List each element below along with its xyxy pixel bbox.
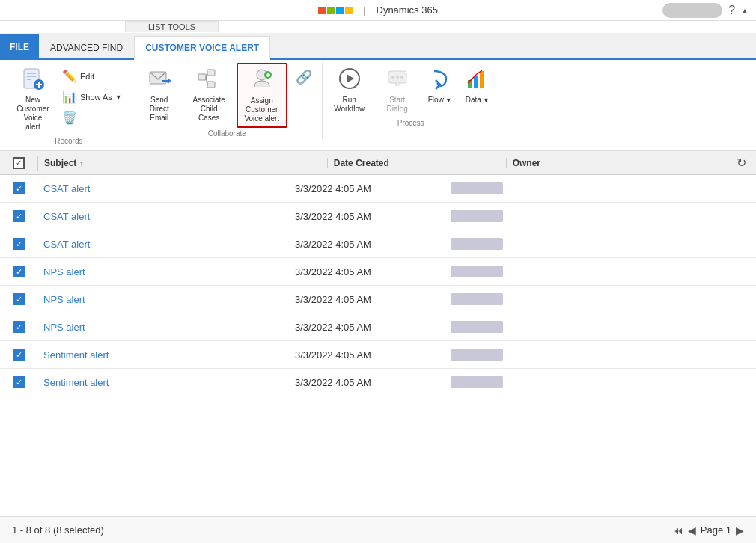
table-row: ✓ Sentiment alert 3/3/2022 4:05 AM <box>0 341 756 369</box>
row-5-checkbox[interactable]: ✓ <box>13 293 25 305</box>
flow-label: Flow <box>428 96 444 105</box>
svg-rect-24 <box>474 76 478 88</box>
edit-button[interactable]: ✏️ Edit <box>57 66 127 86</box>
row-1-subject-link[interactable]: CSAT alert <box>43 183 90 194</box>
ribbon-group-records-items: New Customer Voice alert ✏️ Edit 📊 Show … <box>10 63 127 135</box>
row-8-subject-link[interactable]: Sentiment alert <box>43 377 109 388</box>
row-1-checkbox[interactable]: ✓ <box>13 182 25 194</box>
tab-file[interactable]: FILE <box>0 34 39 58</box>
start-dialog-label: Start Dialog <box>380 96 415 114</box>
row-4-owner <box>445 266 636 277</box>
table-row: ✓ CSAT alert 3/3/2022 4:05 AM <box>0 175 756 203</box>
select-all-checkbox[interactable]: ✓ <box>13 157 25 169</box>
col-header-actions: ↻ <box>726 156 756 170</box>
row-2-owner-value <box>451 210 503 222</box>
row-4-subject: NPS alert <box>37 266 289 277</box>
tab-customer-voice-alert[interactable]: CUSTOMER VOICE ALERT <box>134 36 270 60</box>
row-6-owner-value <box>451 321 503 333</box>
grid-header-row: ✓ Subject ↑ Date Created Owner ↻ <box>0 151 756 175</box>
collapse-icon[interactable]: ▲ <box>741 7 749 15</box>
ribbon-group-records: New Customer Voice alert ✏️ Edit 📊 Show … <box>6 63 132 147</box>
col-header-subject[interactable]: Subject ↑ <box>38 158 327 168</box>
link-button[interactable]: 🔗 <box>290 66 317 88</box>
flow-dropdown-icon: ▼ <box>445 96 452 104</box>
row-6-subject: NPS alert <box>37 322 289 333</box>
svg-rect-9 <box>198 74 206 80</box>
prev-page-button[interactable]: ◀ <box>688 524 696 536</box>
row-4-checkbox-cell: ✓ <box>0 266 37 277</box>
row-5-subject-link[interactable]: NPS alert <box>43 294 85 305</box>
show-as-label: Show As <box>80 93 112 102</box>
row-3-checkbox[interactable]: ✓ <box>13 238 25 250</box>
svg-rect-11 <box>207 82 215 88</box>
row-6-date: 3/3/2022 4:05 AM <box>289 322 445 333</box>
col-header-owner[interactable]: Owner <box>506 158 726 168</box>
flow-button[interactable]: Flow ▼ <box>423 63 457 108</box>
process-group-label: Process <box>327 117 495 129</box>
row-7-checkbox-cell: ✓ <box>0 349 37 361</box>
records-group-label: Records <box>10 135 127 147</box>
table-row: ✓ CSAT alert 3/3/2022 4:05 AM <box>0 230 756 258</box>
svg-point-22 <box>400 76 403 79</box>
run-workflow-button[interactable]: Run Workflow <box>327 63 372 117</box>
assign-customer-voice-alert-button[interactable]: Assign Customer Voice alert <box>237 63 287 128</box>
row-8-date: 3/3/2022 4:05 AM <box>289 377 445 388</box>
row-6-checkbox-cell: ✓ <box>0 321 37 333</box>
row-3-subject-link[interactable]: CSAT alert <box>43 239 90 250</box>
row-7-subject-link[interactable]: Sentiment alert <box>43 349 109 361</box>
row-5-date: 3/3/2022 4:05 AM <box>289 294 445 305</box>
send-email-icon <box>147 67 171 94</box>
row-2-subject-link[interactable]: CSAT alert <box>43 211 90 222</box>
new-customer-voice-alert-label: New Customer Voice alert <box>16 96 50 132</box>
row-2-date: 3/3/2022 4:05 AM <box>289 211 445 222</box>
row-5-owner-value <box>451 293 503 305</box>
flow-icon <box>428 67 452 94</box>
next-page-button[interactable]: ▶ <box>736 524 744 536</box>
first-page-button[interactable]: ⏮ <box>673 524 683 536</box>
help-icon[interactable]: ? <box>728 4 735 17</box>
user-avatar <box>662 3 722 18</box>
start-dialog-button[interactable]: Start Dialog <box>375 63 420 117</box>
row-4-subject-link[interactable]: NPS alert <box>43 266 85 277</box>
row-3-owner-value <box>451 238 503 250</box>
assign-icon <box>250 67 274 95</box>
row-1-checkbox-cell: ✓ <box>0 182 37 194</box>
associate-child-cases-button[interactable]: Associate Child Cases <box>185 63 234 126</box>
send-direct-email-button[interactable]: Send Direct Email <box>137 63 182 126</box>
data-button[interactable]: Data ▼ <box>460 63 495 108</box>
row-4-checkbox[interactable]: ✓ <box>13 266 25 277</box>
ribbon-group-collaborate-items: Send Direct Email <box>137 63 317 128</box>
row-6-checkbox[interactable]: ✓ <box>13 321 25 333</box>
row-8-checkbox[interactable]: ✓ <box>13 376 25 388</box>
edit-icon: ✏️ <box>62 69 77 83</box>
row-3-owner <box>445 238 636 250</box>
data-grid: ✓ Subject ↑ Date Created Owner ↻ ✓ CSAT … <box>0 151 756 396</box>
row-7-subject: Sentiment alert <box>37 349 289 361</box>
col-header-date-created[interactable]: Date Created <box>327 158 506 168</box>
delete-button[interactable]: 🗑️ <box>57 108 127 128</box>
refresh-icon[interactable]: ↻ <box>737 156 746 170</box>
row-8-subject: Sentiment alert <box>37 377 289 388</box>
tab-advanced-find[interactable]: ADVANCED FIND <box>39 36 134 58</box>
row-2-owner <box>445 210 636 222</box>
svg-point-20 <box>391 76 394 79</box>
new-customer-icon <box>21 67 45 94</box>
date-created-label: Date Created <box>334 158 389 168</box>
grid-body: ✓ CSAT alert 3/3/2022 4:05 AM ✓ CSAT ale… <box>0 175 756 396</box>
table-row: ✓ Sentiment alert 3/3/2022 4:05 AM <box>0 369 756 396</box>
row-5-checkbox-cell: ✓ <box>0 293 37 305</box>
show-as-button[interactable]: 📊 Show As ▼ <box>57 87 127 107</box>
row-7-checkbox[interactable]: ✓ <box>13 349 25 361</box>
row-6-subject-link[interactable]: NPS alert <box>43 322 85 333</box>
collaborate-group-label: Collaborate <box>137 128 317 139</box>
row-5-owner <box>445 293 636 305</box>
ribbon-group-collaborate: Send Direct Email <box>132 63 323 139</box>
ribbon-group-process: Run Workflow <box>323 63 499 129</box>
ribbon-content: New Customer Voice alert ✏️ Edit 📊 Show … <box>0 60 756 151</box>
new-customer-voice-alert-button[interactable]: New Customer Voice alert <box>10 63 55 135</box>
row-7-owner <box>445 349 636 361</box>
row-2-checkbox[interactable]: ✓ <box>13 210 25 222</box>
svg-line-12 <box>206 73 207 77</box>
show-as-icon: 📊 <box>62 90 77 104</box>
row-3-date: 3/3/2022 4:05 AM <box>289 239 445 250</box>
